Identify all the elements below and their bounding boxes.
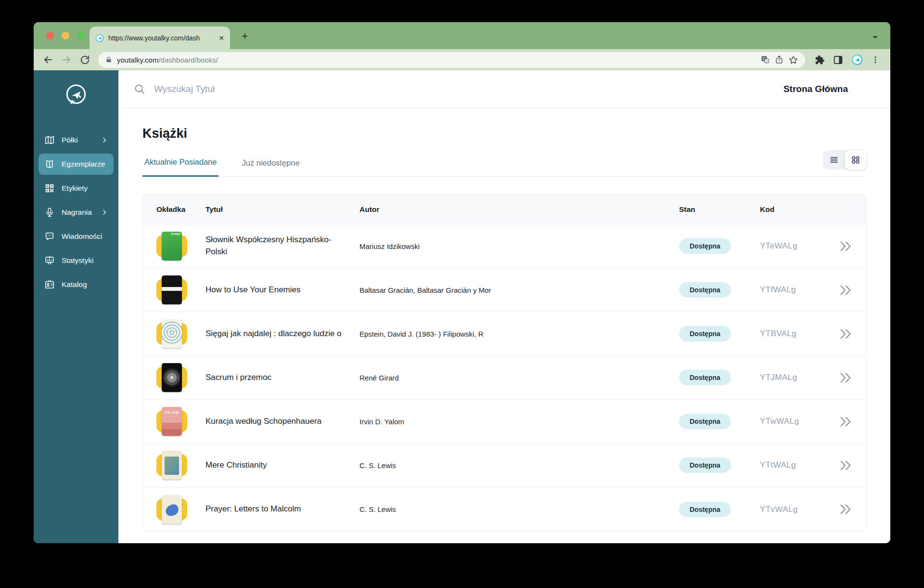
book-cover-label: PONS bbox=[171, 233, 180, 235]
list-icon bbox=[829, 155, 839, 165]
bookmark-star-icon[interactable] bbox=[788, 55, 798, 65]
table-row[interactable]: PONS Słownik Współczesny Hiszpańsko-Pols… bbox=[143, 224, 866, 268]
site-favicon bbox=[95, 34, 104, 42]
address-bar[interactable]: youtalky.com/dashboard/books/ Gx bbox=[98, 52, 805, 68]
book-cover bbox=[156, 319, 187, 348]
book-author: Mariusz Idzikowski bbox=[359, 242, 679, 250]
col-stan: Stan bbox=[679, 205, 760, 214]
double-chevron-right-icon[interactable] bbox=[839, 416, 852, 427]
sidebar-item-polki[interactable]: Półki bbox=[38, 130, 114, 151]
browser-tab-strip: https://www.youtalky.com/dash ✕ + ⌄ bbox=[34, 22, 890, 49]
sidebar-item-katalog[interactable]: Katalog bbox=[38, 274, 114, 295]
book-author: René Girard bbox=[359, 374, 679, 382]
book-cover: PONS bbox=[156, 232, 187, 261]
book-code: YTtWALg bbox=[760, 460, 835, 470]
book-author: C. S. Lewis bbox=[359, 461, 679, 470]
sidebar-item-statystyki[interactable]: Statystyki bbox=[38, 250, 114, 271]
books-table: Okładka Tytuł Autor Stan Kod PONS Słowni… bbox=[142, 194, 866, 532]
book-author: Baltasar Gracián, Baltasar Gracián y Mor bbox=[359, 286, 679, 294]
profile-extension-icon[interactable] bbox=[851, 54, 863, 65]
tab-aktualnie-posiadane[interactable]: Aktualnie Posiadane bbox=[142, 157, 218, 177]
sidebar-item-nagrania[interactable]: Nagrania bbox=[38, 202, 114, 223]
double-chevron-right-icon[interactable] bbox=[839, 328, 852, 340]
double-chevron-right-icon[interactable] bbox=[839, 460, 852, 471]
list-view-button[interactable] bbox=[823, 150, 845, 170]
map-icon bbox=[44, 135, 55, 145]
sidebar-item-etykiety[interactable]: Etykiety bbox=[38, 178, 114, 199]
status-badge: Dostępna bbox=[679, 370, 731, 385]
book-cover-image: PONS bbox=[162, 232, 182, 261]
table-row[interactable]: YALOM Kuracja według Schopenhauera Irvin… bbox=[143, 400, 866, 444]
sidebar-item-label: Etykiety bbox=[62, 184, 108, 193]
book-title: Prayer: Letters to Malcolm bbox=[205, 503, 359, 515]
book-cover bbox=[156, 275, 187, 304]
grid-view-button[interactable] bbox=[845, 150, 866, 170]
table-row[interactable]: Sacrum i przemoc René Girard Dostępna YT… bbox=[143, 356, 866, 400]
kebab-menu-icon[interactable] bbox=[871, 55, 880, 64]
microphone-icon bbox=[44, 207, 55, 218]
book-author: C. S. Lewis bbox=[359, 505, 679, 513]
sidebar-item-label: Wiadomości bbox=[62, 232, 108, 241]
double-chevron-right-icon[interactable] bbox=[839, 241, 852, 252]
double-chevron-right-icon[interactable] bbox=[839, 504, 852, 515]
book-code: YTwWALg bbox=[760, 417, 835, 426]
book-title: Kuracja według Schopenhauera bbox=[205, 416, 359, 428]
chat-bubble-icon bbox=[44, 231, 55, 242]
back-button[interactable] bbox=[40, 52, 56, 67]
book-cover-image bbox=[162, 319, 182, 348]
table-header: Okładka Tytuł Autor Stan Kod bbox=[143, 195, 866, 224]
id-card-icon bbox=[44, 279, 55, 290]
active-browser-tab[interactable]: https://www.youtalky.com/dash ✕ bbox=[90, 26, 230, 49]
home-link[interactable]: Strona Główna bbox=[783, 84, 848, 94]
table-row[interactable]: Prayer: Letters to Malcolm C. S. Lewis D… bbox=[143, 487, 866, 531]
book-cover: YALOM bbox=[156, 407, 187, 436]
table-row[interactable]: Sięgaj jak najdalej : dlaczego ludzie o … bbox=[143, 312, 866, 356]
status-badge: Dostępna bbox=[679, 282, 731, 298]
double-chevron-right-icon[interactable] bbox=[839, 285, 852, 296]
double-chevron-right-icon[interactable] bbox=[839, 372, 852, 383]
zoom-window-button[interactable] bbox=[77, 32, 85, 39]
tab-close-icon[interactable]: ✕ bbox=[218, 35, 224, 41]
sidebar-item-wiadomosci[interactable]: Wiadomości bbox=[38, 226, 114, 247]
book-cover-image bbox=[162, 363, 182, 392]
tab-title: https://www.youtalky.com/dash bbox=[108, 34, 214, 42]
open-book-icon bbox=[44, 159, 55, 170]
grid-icon bbox=[851, 155, 860, 165]
tab-juz-niedostepne[interactable]: Już niedostępne bbox=[240, 158, 301, 176]
status-badge: Dostępna bbox=[679, 414, 731, 429]
macos-traffic-lights[interactable] bbox=[46, 32, 85, 39]
share-icon[interactable] bbox=[774, 55, 784, 65]
book-code: YTJMALg bbox=[760, 373, 835, 382]
new-tab-button[interactable]: + bbox=[242, 31, 248, 42]
forward-button[interactable] bbox=[59, 52, 74, 67]
qr-code-icon bbox=[44, 183, 55, 194]
book-cover bbox=[156, 363, 187, 392]
table-row[interactable]: How to Use Your Enemies Baltasar Gracián… bbox=[143, 268, 866, 312]
tab-search-chevron-icon[interactable]: ⌄ bbox=[872, 30, 879, 40]
translate-icon[interactable]: Gx bbox=[760, 55, 770, 65]
book-cover-label: YALOM bbox=[162, 411, 182, 414]
close-window-button[interactable] bbox=[46, 32, 54, 39]
col-autor: Autor bbox=[359, 205, 679, 214]
minimize-window-button[interactable] bbox=[62, 32, 69, 39]
status-badge: Dostępna bbox=[679, 238, 731, 254]
col-kod: Kod bbox=[760, 205, 835, 214]
status-badge: Dostępna bbox=[679, 326, 731, 341]
table-row[interactable]: Mere Christianity C. S. Lewis Dostępna Y… bbox=[143, 444, 866, 487]
sidebar-item-egzemplarze[interactable]: Egzemplarze bbox=[38, 154, 114, 175]
sidebar-item-label: Egzemplarze bbox=[62, 160, 108, 169]
status-badge: Dostępna bbox=[679, 457, 731, 473]
book-cover bbox=[156, 495, 187, 524]
reload-button[interactable] bbox=[77, 52, 92, 67]
sidebar: Półki Egzemplarze Etykiety Nagrania Wiad… bbox=[34, 70, 118, 543]
book-title: Słownik Współczesny Hiszpańsko-Polski bbox=[205, 234, 359, 258]
book-cover-image bbox=[162, 495, 182, 524]
search-input[interactable] bbox=[153, 83, 776, 95]
book-cover-image: YALOM bbox=[162, 407, 182, 436]
side-panel-icon[interactable] bbox=[833, 55, 843, 65]
extensions-puzzle-icon[interactable] bbox=[815, 55, 825, 65]
book-title: Sacrum i przemoc bbox=[205, 372, 359, 384]
top-bar: Strona Główna bbox=[118, 70, 890, 108]
book-cover-image bbox=[162, 275, 182, 304]
book-cover-image bbox=[162, 451, 182, 480]
